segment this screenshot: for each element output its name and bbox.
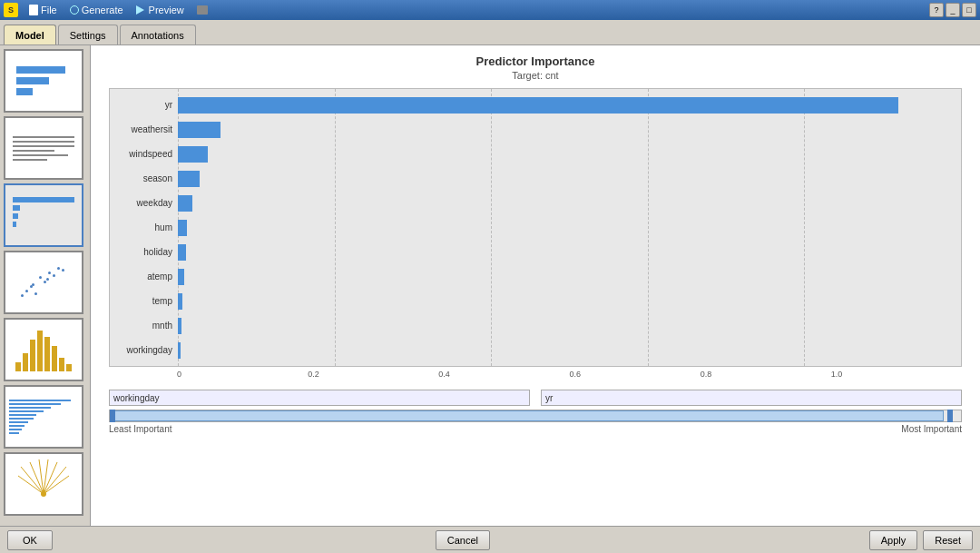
bar-label-season: season [110, 173, 178, 183]
bar-fill-windspeed [178, 146, 208, 163]
window-controls: ? _ □ [929, 3, 976, 17]
bar-track-mnth [178, 318, 961, 334]
preview-icon [136, 5, 144, 15]
camera-menu[interactable] [191, 3, 213, 17]
bar-label-mnth: mnth [110, 321, 178, 331]
sidebar-thumb-7[interactable] [4, 452, 83, 516]
chart-content: yrweathersitwindspeedseasonweekdayhumhol… [91, 88, 980, 526]
bar-track-weekday [178, 195, 961, 212]
ok-button[interactable]: OK [7, 530, 53, 550]
minimize-button[interactable]: _ [946, 3, 960, 17]
bar-track-holiday [178, 244, 961, 261]
bar-fill-weekday [178, 195, 192, 212]
bar-row-hum: hum [110, 215, 961, 240]
bar-fill-temp [178, 293, 182, 310]
bar-track-hum [178, 220, 961, 236]
tab-model[interactable]: Model [4, 25, 56, 44]
bar-fill-atemp [178, 269, 184, 285]
bar-fill-holiday [178, 244, 186, 261]
bar-track-windspeed [178, 146, 961, 163]
file-menu[interactable]: File [24, 3, 63, 17]
bar-rows: yrweathersitwindspeedseasonweekdayhumhol… [110, 93, 961, 362]
tab-bar: Model Settings Annotations [0, 20, 980, 45]
menu-bar: File Generate Preview [24, 3, 213, 17]
grid-line-100 [961, 89, 962, 366]
bar-track-weathersit [178, 122, 961, 138]
bar-fill-weathersit [178, 122, 220, 138]
bar-row-holiday: holiday [110, 240, 961, 264]
app-icon: S [4, 3, 18, 17]
range-end-display: yr [541, 390, 962, 406]
bar-row-weekday: weekday [110, 191, 961, 215]
sidebar-thumb-6[interactable] [4, 385, 83, 449]
slider-selected-range [110, 410, 944, 421]
range-row: workingday yr [109, 390, 962, 406]
sidebar [0, 45, 91, 526]
bar-label-windspeed: windspeed [110, 149, 178, 159]
slider-handle-right[interactable] [947, 410, 953, 422]
bar-fill-season [178, 171, 200, 187]
bar-chart-inner: yrweathersitwindspeedseasonweekdayhumhol… [109, 88, 962, 367]
bar-row-temp: temp [110, 289, 961, 313]
bar-label-hum: hum [110, 222, 178, 232]
chart-area: Predictor Importance Target: cnt [91, 45, 980, 526]
bar-chart-wrapper: yrweathersitwindspeedseasonweekdayhumhol… [109, 88, 962, 379]
bar-row-yr: yr [110, 93, 961, 117]
title-bar: S File Generate Preview ? _ □ [0, 0, 980, 20]
bar-track-temp [178, 293, 961, 310]
cancel-button[interactable]: Cancel [436, 530, 490, 550]
sidebar-thumb-5[interactable] [4, 318, 83, 381]
preview-menu[interactable]: Preview [131, 3, 190, 17]
bar-fill-workingday [178, 342, 181, 359]
bar-label-workingday: workingday [110, 345, 178, 355]
bar-label-atemp: atemp [110, 272, 178, 281]
chart-title: Predictor Importance [91, 45, 980, 70]
bar-track-atemp [178, 269, 961, 285]
bottom-bar: OK Cancel Apply Reset [0, 526, 980, 553]
slider-section: workingday yr Least Important Most Impor… [109, 390, 962, 436]
main-layout: Predictor Importance Target: cnt [0, 45, 980, 526]
file-icon [29, 5, 38, 15]
chart-subtitle: Target: cnt [91, 70, 980, 81]
bar-label-weekday: weekday [110, 198, 178, 208]
svg-point-8 [41, 491, 46, 497]
bar-track-season [178, 171, 961, 187]
x-axis: 0 0.2 0.4 0.6 0.8 1.0 [109, 370, 962, 379]
bar-row-windspeed: windspeed [110, 142, 961, 166]
bar-track-workingday [178, 342, 961, 359]
sidebar-thumb-2[interactable] [4, 116, 83, 180]
camera-icon [197, 5, 208, 15]
tab-settings[interactable]: Settings [58, 25, 118, 44]
apply-button[interactable]: Apply [869, 530, 918, 550]
bar-chart: yrweathersitwindspeedseasonweekdayhumhol… [109, 88, 962, 379]
bar-row-weathersit: weathersit [110, 117, 961, 142]
reset-button[interactable]: Reset [923, 530, 973, 550]
slider-handle-left[interactable] [110, 410, 115, 422]
bar-row-atemp: atemp [110, 264, 961, 289]
bar-fill-mnth [178, 318, 181, 334]
slider-track[interactable] [109, 410, 962, 422]
bar-row-mnth: mnth [110, 313, 961, 338]
bar-track-yr [178, 97, 961, 114]
bar-label-temp: temp [110, 296, 178, 306]
bar-label-holiday: holiday [110, 247, 178, 257]
bar-fill-hum [178, 220, 187, 236]
maximize-button[interactable]: □ [962, 3, 976, 17]
sidebar-thumb-3[interactable] [4, 183, 83, 247]
bar-row-workingday: workingday [110, 338, 961, 362]
bar-label-yr: yr [110, 100, 178, 110]
sidebar-thumb-1[interactable] [4, 49, 83, 113]
range-start-display: workingday [109, 390, 530, 406]
sidebar-thumb-4[interactable] [4, 251, 83, 314]
bar-fill-yr [178, 97, 898, 114]
generate-menu[interactable]: Generate [64, 3, 129, 17]
tab-annotations[interactable]: Annotations [120, 25, 196, 44]
bar-row-season: season [110, 166, 961, 191]
help-button[interactable]: ? [929, 3, 944, 17]
slider-labels: Least Important Most Important [109, 422, 962, 436]
generate-icon [70, 5, 79, 15]
bar-label-weathersit: weathersit [110, 124, 178, 134]
